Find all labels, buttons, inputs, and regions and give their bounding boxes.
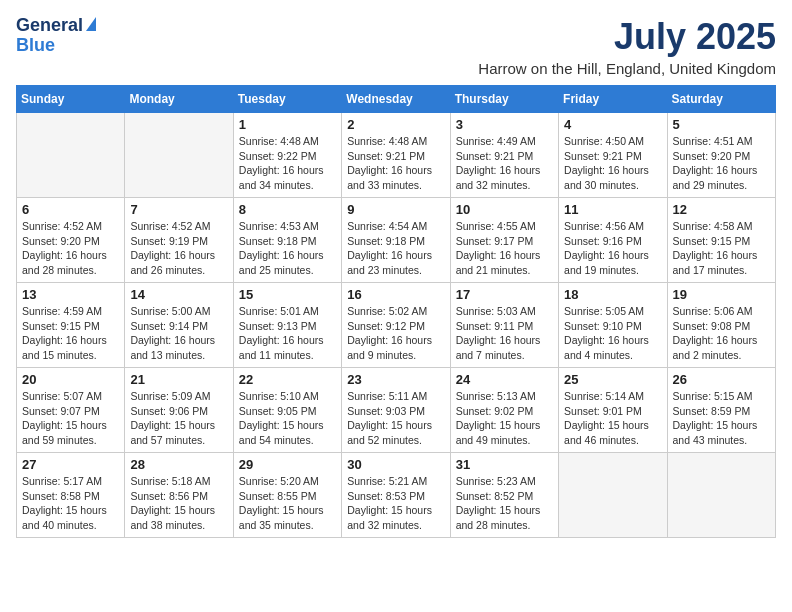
calendar-cell: 31Sunrise: 5:23 AM Sunset: 8:52 PM Dayli…	[450, 453, 558, 538]
calendar-cell: 17Sunrise: 5:03 AM Sunset: 9:11 PM Dayli…	[450, 283, 558, 368]
calendar-cell: 19Sunrise: 5:06 AM Sunset: 9:08 PM Dayli…	[667, 283, 775, 368]
day-detail: Sunrise: 5:15 AM Sunset: 8:59 PM Dayligh…	[673, 389, 770, 448]
calendar-cell	[667, 453, 775, 538]
day-detail: Sunrise: 5:10 AM Sunset: 9:05 PM Dayligh…	[239, 389, 336, 448]
calendar-cell: 23Sunrise: 5:11 AM Sunset: 9:03 PM Dayli…	[342, 368, 450, 453]
day-detail: Sunrise: 5:09 AM Sunset: 9:06 PM Dayligh…	[130, 389, 227, 448]
day-detail: Sunrise: 4:56 AM Sunset: 9:16 PM Dayligh…	[564, 219, 661, 278]
weekday-header-saturday: Saturday	[667, 86, 775, 113]
calendar-cell: 15Sunrise: 5:01 AM Sunset: 9:13 PM Dayli…	[233, 283, 341, 368]
calendar-cell: 25Sunrise: 5:14 AM Sunset: 9:01 PM Dayli…	[559, 368, 667, 453]
calendar-cell: 3Sunrise: 4:49 AM Sunset: 9:21 PM Daylig…	[450, 113, 558, 198]
day-detail: Sunrise: 5:14 AM Sunset: 9:01 PM Dayligh…	[564, 389, 661, 448]
day-number: 17	[456, 287, 553, 302]
day-detail: Sunrise: 5:05 AM Sunset: 9:10 PM Dayligh…	[564, 304, 661, 363]
day-detail: Sunrise: 4:53 AM Sunset: 9:18 PM Dayligh…	[239, 219, 336, 278]
day-detail: Sunrise: 4:50 AM Sunset: 9:21 PM Dayligh…	[564, 134, 661, 193]
day-number: 1	[239, 117, 336, 132]
calendar-cell: 13Sunrise: 4:59 AM Sunset: 9:15 PM Dayli…	[17, 283, 125, 368]
day-number: 2	[347, 117, 444, 132]
weekday-header-thursday: Thursday	[450, 86, 558, 113]
calendar-cell: 1Sunrise: 4:48 AM Sunset: 9:22 PM Daylig…	[233, 113, 341, 198]
day-detail: Sunrise: 5:11 AM Sunset: 9:03 PM Dayligh…	[347, 389, 444, 448]
calendar-cell: 10Sunrise: 4:55 AM Sunset: 9:17 PM Dayli…	[450, 198, 558, 283]
day-detail: Sunrise: 4:55 AM Sunset: 9:17 PM Dayligh…	[456, 219, 553, 278]
day-detail: Sunrise: 4:58 AM Sunset: 9:15 PM Dayligh…	[673, 219, 770, 278]
day-number: 4	[564, 117, 661, 132]
calendar-week-row: 27Sunrise: 5:17 AM Sunset: 8:58 PM Dayli…	[17, 453, 776, 538]
calendar-cell: 28Sunrise: 5:18 AM Sunset: 8:56 PM Dayli…	[125, 453, 233, 538]
calendar-cell	[17, 113, 125, 198]
calendar-cell: 9Sunrise: 4:54 AM Sunset: 9:18 PM Daylig…	[342, 198, 450, 283]
calendar-cell	[125, 113, 233, 198]
day-detail: Sunrise: 4:51 AM Sunset: 9:20 PM Dayligh…	[673, 134, 770, 193]
day-number: 12	[673, 202, 770, 217]
day-detail: Sunrise: 5:13 AM Sunset: 9:02 PM Dayligh…	[456, 389, 553, 448]
calendar-cell: 24Sunrise: 5:13 AM Sunset: 9:02 PM Dayli…	[450, 368, 558, 453]
day-number: 26	[673, 372, 770, 387]
day-number: 24	[456, 372, 553, 387]
calendar-cell: 22Sunrise: 5:10 AM Sunset: 9:05 PM Dayli…	[233, 368, 341, 453]
day-detail: Sunrise: 5:02 AM Sunset: 9:12 PM Dayligh…	[347, 304, 444, 363]
day-number: 30	[347, 457, 444, 472]
logo-triangle-icon	[86, 17, 96, 31]
day-number: 31	[456, 457, 553, 472]
calendar-cell: 21Sunrise: 5:09 AM Sunset: 9:06 PM Dayli…	[125, 368, 233, 453]
day-number: 10	[456, 202, 553, 217]
day-number: 25	[564, 372, 661, 387]
calendar-header-row: SundayMondayTuesdayWednesdayThursdayFrid…	[17, 86, 776, 113]
day-detail: Sunrise: 5:17 AM Sunset: 8:58 PM Dayligh…	[22, 474, 119, 533]
calendar-cell: 2Sunrise: 4:48 AM Sunset: 9:21 PM Daylig…	[342, 113, 450, 198]
day-detail: Sunrise: 5:03 AM Sunset: 9:11 PM Dayligh…	[456, 304, 553, 363]
day-number: 13	[22, 287, 119, 302]
calendar-cell: 6Sunrise: 4:52 AM Sunset: 9:20 PM Daylig…	[17, 198, 125, 283]
calendar-cell: 7Sunrise: 4:52 AM Sunset: 9:19 PM Daylig…	[125, 198, 233, 283]
day-number: 11	[564, 202, 661, 217]
day-number: 28	[130, 457, 227, 472]
day-detail: Sunrise: 4:48 AM Sunset: 9:22 PM Dayligh…	[239, 134, 336, 193]
day-number: 29	[239, 457, 336, 472]
day-number: 21	[130, 372, 227, 387]
day-detail: Sunrise: 5:23 AM Sunset: 8:52 PM Dayligh…	[456, 474, 553, 533]
location-subtitle: Harrow on the Hill, England, United King…	[478, 60, 776, 77]
day-detail: Sunrise: 5:00 AM Sunset: 9:14 PM Dayligh…	[130, 304, 227, 363]
day-number: 15	[239, 287, 336, 302]
day-detail: Sunrise: 5:21 AM Sunset: 8:53 PM Dayligh…	[347, 474, 444, 533]
day-number: 23	[347, 372, 444, 387]
day-number: 16	[347, 287, 444, 302]
day-detail: Sunrise: 5:01 AM Sunset: 9:13 PM Dayligh…	[239, 304, 336, 363]
calendar-cell: 29Sunrise: 5:20 AM Sunset: 8:55 PM Dayli…	[233, 453, 341, 538]
calendar-cell: 11Sunrise: 4:56 AM Sunset: 9:16 PM Dayli…	[559, 198, 667, 283]
day-number: 19	[673, 287, 770, 302]
day-number: 22	[239, 372, 336, 387]
day-detail: Sunrise: 5:20 AM Sunset: 8:55 PM Dayligh…	[239, 474, 336, 533]
calendar-cell: 27Sunrise: 5:17 AM Sunset: 8:58 PM Dayli…	[17, 453, 125, 538]
day-detail: Sunrise: 4:59 AM Sunset: 9:15 PM Dayligh…	[22, 304, 119, 363]
calendar-cell: 18Sunrise: 5:05 AM Sunset: 9:10 PM Dayli…	[559, 283, 667, 368]
calendar-cell: 14Sunrise: 5:00 AM Sunset: 9:14 PM Dayli…	[125, 283, 233, 368]
day-detail: Sunrise: 4:49 AM Sunset: 9:21 PM Dayligh…	[456, 134, 553, 193]
page-header: General Blue July 2025 Harrow on the Hil…	[16, 16, 776, 77]
weekday-header-sunday: Sunday	[17, 86, 125, 113]
calendar-cell: 12Sunrise: 4:58 AM Sunset: 9:15 PM Dayli…	[667, 198, 775, 283]
day-number: 14	[130, 287, 227, 302]
day-detail: Sunrise: 5:18 AM Sunset: 8:56 PM Dayligh…	[130, 474, 227, 533]
day-number: 27	[22, 457, 119, 472]
day-detail: Sunrise: 4:54 AM Sunset: 9:18 PM Dayligh…	[347, 219, 444, 278]
calendar-cell: 4Sunrise: 4:50 AM Sunset: 9:21 PM Daylig…	[559, 113, 667, 198]
calendar-table: SundayMondayTuesdayWednesdayThursdayFrid…	[16, 85, 776, 538]
logo-blue: Blue	[16, 36, 55, 56]
day-number: 6	[22, 202, 119, 217]
weekday-header-wednesday: Wednesday	[342, 86, 450, 113]
logo-general: General	[16, 16, 83, 36]
calendar-cell: 16Sunrise: 5:02 AM Sunset: 9:12 PM Dayli…	[342, 283, 450, 368]
day-detail: Sunrise: 4:52 AM Sunset: 9:19 PM Dayligh…	[130, 219, 227, 278]
calendar-week-row: 20Sunrise: 5:07 AM Sunset: 9:07 PM Dayli…	[17, 368, 776, 453]
day-detail: Sunrise: 4:52 AM Sunset: 9:20 PM Dayligh…	[22, 219, 119, 278]
title-block: July 2025 Harrow on the Hill, England, U…	[478, 16, 776, 77]
calendar-cell: 30Sunrise: 5:21 AM Sunset: 8:53 PM Dayli…	[342, 453, 450, 538]
calendar-cell: 20Sunrise: 5:07 AM Sunset: 9:07 PM Dayli…	[17, 368, 125, 453]
weekday-header-tuesday: Tuesday	[233, 86, 341, 113]
day-detail: Sunrise: 4:48 AM Sunset: 9:21 PM Dayligh…	[347, 134, 444, 193]
day-number: 3	[456, 117, 553, 132]
